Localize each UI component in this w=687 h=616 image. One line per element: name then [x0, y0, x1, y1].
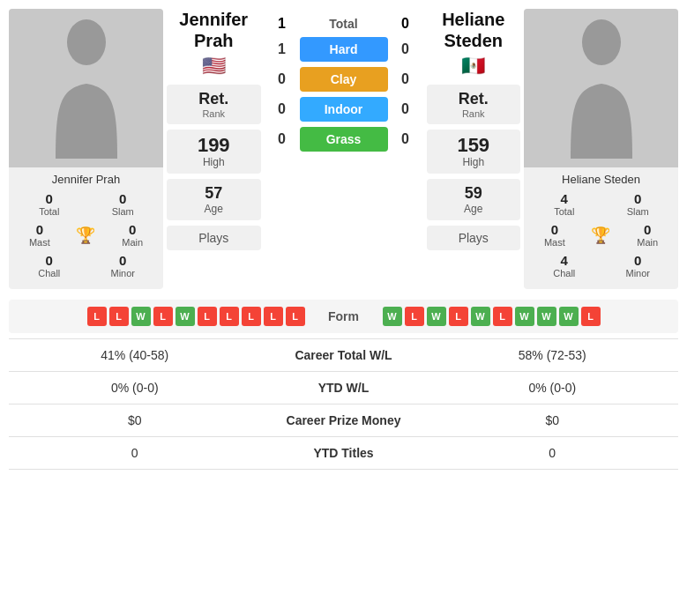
player1-avatar — [9, 9, 163, 167]
player2-trophy-icon: 🏆 — [591, 226, 610, 245]
player1-total-label: Total — [39, 206, 59, 217]
player2-high-label: High — [437, 156, 511, 168]
player1-total-value: 0 — [46, 191, 53, 206]
player2-total-label: Total — [554, 206, 574, 217]
player2-total-value: 4 — [561, 191, 568, 206]
player1-form-badge: W — [175, 307, 195, 326]
player2-form-badge: W — [559, 307, 579, 326]
hard-right-score: 0 — [388, 41, 423, 57]
player2-main-value: 0 — [644, 222, 651, 237]
total-left-score: 1 — [265, 16, 300, 32]
player2-mast-label: Mast — [544, 237, 565, 248]
player1-slam-value: 0 — [119, 191, 126, 206]
player1-minor-value: 0 — [119, 253, 126, 268]
stats-center-label: Career Prize Money — [256, 413, 432, 427]
svg-point-1 — [582, 19, 621, 65]
form-label: Form — [309, 309, 379, 323]
player1-slam-block: 0 Slam — [90, 191, 157, 217]
player1-main-block: 0 Main — [122, 222, 143, 248]
total-label: Total — [300, 17, 388, 31]
indoor-badge: Indoor — [300, 97, 388, 122]
player1-minor-label: Minor — [110, 268, 135, 278]
player1-high-value: 199 — [177, 135, 250, 156]
player1-rank-box: Ret. Rank — [167, 85, 261, 124]
player2-age-label: Age — [437, 203, 511, 215]
player1-rank-label: Rank — [177, 108, 250, 119]
player1-form-badge: L — [198, 307, 217, 326]
player1-form-badges: LLWLWLLLLL — [18, 307, 305, 326]
grass-right-score: 0 — [388, 131, 423, 147]
clay-badge: Clay — [300, 67, 388, 92]
player2-minor-label: Minor — [625, 268, 650, 278]
player2-plays-label: Plays — [437, 231, 511, 245]
player2-name: Heliane Steden — [558, 167, 644, 188]
player2-avatar — [524, 9, 678, 167]
player1-total-block: 0 Total — [16, 191, 83, 217]
stats-right-val: 0 — [432, 446, 674, 460]
player1-form-badge: L — [286, 307, 305, 326]
players-section: Jennifer Prah 0 Total 0 Slam 0 Mast 🏆 — [9, 9, 678, 289]
main-container: Jennifer Prah 0 Total 0 Slam 0 Mast 🏆 — [0, 0, 687, 479]
player2-plays-box: Plays — [427, 226, 521, 250]
stats-row: 0 YTD Titles 0 — [9, 436, 678, 470]
player2-chall-block: 4 Chall — [531, 253, 598, 278]
indoor-right-score: 0 — [388, 101, 423, 117]
svg-point-0 — [67, 19, 106, 65]
player2-stats-grid: 4 Total 0 Slam — [524, 188, 678, 220]
total-right-score: 0 — [388, 16, 423, 32]
player1-form-badge: L — [220, 307, 239, 326]
player1-center-name: Jennifer Prah — [167, 9, 261, 51]
player1-trophy-icon: 🏆 — [76, 226, 95, 245]
indoor-row: 0 Indoor 0 — [265, 97, 423, 122]
player2-center-info: Heliane Steden 🇲🇽 Ret. Rank 159 High 59 … — [423, 9, 525, 289]
player2-flag: 🇲🇽 — [461, 55, 485, 78]
player1-rank-value: Ret. — [177, 90, 250, 108]
player1-plays-box: Plays — [167, 226, 261, 250]
player2-mast-value: 0 — [551, 222, 558, 237]
player1-main-label: Main — [122, 237, 143, 248]
player1-form-badge: L — [264, 307, 283, 326]
player1-mast-value: 0 — [36, 222, 43, 237]
grass-badge: Grass — [300, 127, 388, 152]
player2-form-badge: W — [471, 307, 490, 326]
stats-row: 0% (0-0) YTD W/L 0% (0-0) — [9, 371, 678, 404]
player1-chall-block: 0 Chall — [16, 253, 83, 278]
player2-high-box: 159 High — [427, 130, 521, 174]
player1-center-info: Jennifer Prah 🇺🇸 Ret. Rank 199 High 57 A… — [163, 9, 265, 289]
player2-high-value: 159 — [437, 135, 511, 156]
player1-trophy-row: 0 Mast 🏆 0 Main — [9, 220, 163, 249]
clay-row: 0 Clay 0 — [265, 67, 423, 92]
player2-trophy-row: 0 Mast 🏆 0 Main — [524, 220, 678, 249]
player1-chall-label: Chall — [38, 268, 60, 278]
player1-slam-label: Slam — [112, 206, 134, 217]
player1-form-badge: L — [153, 307, 173, 326]
player1-main-value: 0 — [129, 222, 136, 237]
player2-total-block: 4 Total — [531, 191, 598, 217]
player2-mast-block: 0 Mast — [544, 222, 565, 248]
player1-silhouette — [42, 18, 131, 159]
indoor-left-score: 0 — [265, 101, 300, 117]
player2-minor-block: 0 Minor — [605, 253, 672, 278]
player1-mast-label: Mast — [29, 237, 50, 248]
player2-form-badge: L — [405, 307, 424, 326]
total-row: 1 Total 0 — [265, 16, 423, 32]
player2-bottom-stats: 4 Chall 0 Minor — [524, 249, 678, 282]
player1-flag: 🇺🇸 — [202, 55, 226, 78]
player2-age-box: 59 Age — [427, 179, 521, 220]
stats-left-val: 41% (40-58) — [14, 348, 256, 362]
player1-high-label: High — [177, 156, 250, 168]
grass-row: 0 Grass 0 — [265, 127, 423, 152]
clay-right-score: 0 — [388, 71, 423, 87]
player2-minor-value: 0 — [634, 253, 641, 268]
stats-left-val: 0 — [14, 446, 256, 460]
stats-right-val: 58% (72-53) — [432, 348, 674, 362]
stats-center-label: Career Total W/L — [256, 348, 432, 362]
player2-form-badge: W — [383, 307, 402, 326]
player1-stats-grid: 0 Total 0 Slam — [9, 188, 163, 220]
player2-form-badge: W — [537, 307, 556, 326]
stats-section: 41% (40-58) Career Total W/L 58% (72-53)… — [9, 338, 678, 470]
player1-age-value: 57 — [177, 184, 250, 203]
player2-form-badges: WLWLWLWWWL — [383, 307, 670, 326]
stats-left-val: 0% (0-0) — [14, 381, 256, 395]
hard-left-score: 1 — [265, 41, 300, 57]
